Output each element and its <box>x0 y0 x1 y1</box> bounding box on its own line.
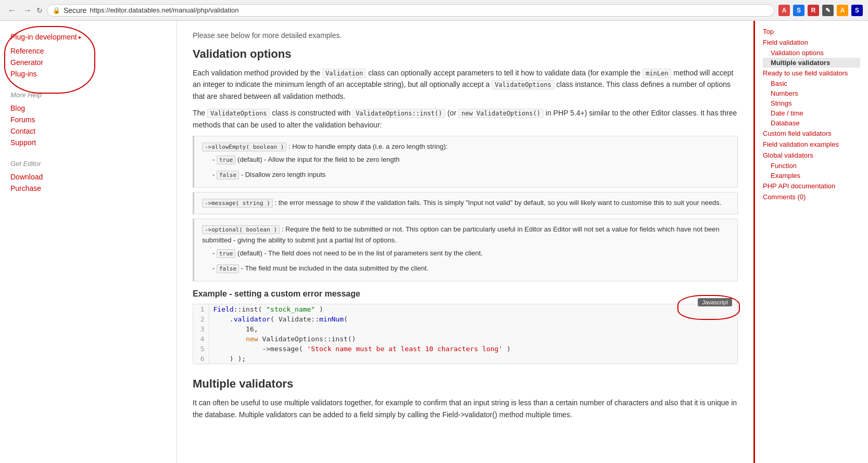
toc-field-validation-examples[interactable]: Field validation examples <box>763 139 860 150</box>
code-content-5: ->message( 'Stock name must be at least … <box>209 344 737 354</box>
method-optional-true: - true (default) - The field does not ne… <box>202 246 729 261</box>
toc-field-validation[interactable]: Field validation <box>763 37 860 48</box>
code-example: Example - setting a custom error message… <box>193 289 738 364</box>
toc-numbers[interactable]: Numbers <box>763 88 860 98</box>
code-table: 1 Field::inst( "stock_name" ) 2 .validat… <box>193 304 737 364</box>
s-icon: S <box>793 5 804 16</box>
code-validateoptions2: ValidateOptions <box>207 109 270 118</box>
line-num-5: 5 <box>193 344 209 354</box>
reload-button[interactable]: ↻ <box>36 5 43 16</box>
plugin-dev-label: Plug-in development <box>10 33 77 41</box>
line-num-2: 2 <box>193 314 209 324</box>
toc-global-validators[interactable]: Global validators <box>763 150 860 161</box>
para1: Each validation method provided by the V… <box>193 67 738 102</box>
code-content-2: .validator( Validate::minNum( <box>209 314 737 324</box>
toc-ready-to-use[interactable]: Ready to use field validators <box>763 68 860 79</box>
code-minlen: minLen <box>643 69 671 78</box>
address-bar[interactable]: 🔒 Secure https://editor.datatables.net/m… <box>47 4 774 17</box>
toc-comments[interactable]: Comments (0) <box>763 191 860 202</box>
sidebar-link-blog[interactable]: Blog <box>10 102 166 114</box>
para2: The ValidateOptions class is constructed… <box>193 107 738 131</box>
toc-panel: Top Field validation Validation options … <box>753 21 868 463</box>
code-content-4: new ValidateOptions::inst() <box>209 334 737 344</box>
toc-function[interactable]: Function <box>763 161 860 171</box>
nav-links-section: Reference Generator Plug-ins <box>0 43 177 82</box>
sidebar-link-support[interactable]: Support <box>10 137 166 148</box>
code-new: new ValidateOptions() <box>458 109 544 118</box>
method-optional-sig: ->optional( boolean ) <box>202 225 280 234</box>
code-true: true <box>217 156 236 164</box>
code-line-1: 1 Field::inst( "stock_name" ) <box>193 304 737 314</box>
method-allowempty-false: - false - Disallow zero length inputs <box>202 168 729 183</box>
browser-chrome: ← → ↻ 🔒 Secure https://editor.datatables… <box>0 0 868 21</box>
adobe-icon: A <box>778 5 790 16</box>
sidebar-link-download[interactable]: Download <box>10 171 166 183</box>
sidebar-link-purchase[interactable]: Purchase <box>10 183 166 194</box>
url-text: https://editor.datatables.net/manual/php… <box>90 6 769 14</box>
forward-button[interactable]: → <box>21 5 34 16</box>
method-allowempty: ->allowEmpty( boolean ) : How to handle … <box>193 136 738 188</box>
nav-buttons: ← → ↻ <box>5 5 43 16</box>
more-help-label: More Help <box>0 88 177 100</box>
more-help-section: Blog Forums Contact Support <box>0 100 177 151</box>
line-num-4: 4 <box>193 334 209 344</box>
language-badge: Javascript <box>698 298 732 306</box>
back-button[interactable]: ← <box>5 5 19 16</box>
code-validateoptions: ValidateOptions <box>492 80 554 89</box>
toc-database[interactable]: Database <box>763 118 860 128</box>
multiple-validators-title: Multiple validators <box>193 377 738 391</box>
code-content-6: ) ); <box>209 354 737 364</box>
line-num-3: 3 <box>193 324 209 334</box>
code-line-6: 6 ) ); <box>193 354 737 364</box>
secure-icon: 🔒 <box>53 7 60 14</box>
amazon-icon: A <box>837 5 848 16</box>
code-line-2: 2 .validator( Validate::minNum( <box>193 314 737 324</box>
sidebar-link-forums[interactable]: Forums <box>10 114 166 125</box>
page-layout: Plug-in development ▸ Reference Generato… <box>0 21 868 463</box>
intro-text: Please see below for more detailed examp… <box>193 31 738 40</box>
toc-examples[interactable]: Examples <box>763 171 860 181</box>
toc-custom-field[interactable]: Custom field validators <box>763 128 860 139</box>
multiple-validators-para: It can often be useful to use multiple v… <box>193 397 738 420</box>
method-allowempty-sig: ->allowEmpty( boolean ) <box>202 143 286 151</box>
plugin-dev-item[interactable]: Plug-in development ▸ <box>0 31 177 43</box>
code-false: false <box>217 171 239 179</box>
method-message: ->message( string ) : the error message … <box>193 192 738 214</box>
sidebar-link-plugins[interactable]: Plug-ins <box>10 68 166 80</box>
toc-datetime[interactable]: Date / time <box>763 108 860 118</box>
code-line-3: 3 16, <box>193 324 737 334</box>
toc-strings[interactable]: Strings <box>763 98 860 108</box>
method-message-sig: ->message( string ) <box>202 199 273 208</box>
code-content-3: 16, <box>209 324 737 334</box>
code-inst: ValidateOptions::inst() <box>353 109 445 118</box>
code-true2: true <box>217 249 236 258</box>
toc-top[interactable]: Top <box>763 26 860 37</box>
code-content-1: Field::inst( "stock_name" ) <box>209 304 737 314</box>
r-icon: R <box>808 5 819 16</box>
line-num-6: 6 <box>193 354 209 364</box>
get-editor-section: Download Purchase <box>0 169 177 197</box>
toc-php-api[interactable]: PHP API documentation <box>763 181 860 191</box>
method-optional-false: - false - The field must be included in … <box>202 261 729 276</box>
code-line-4: 4 new ValidateOptions::inst() <box>193 334 737 344</box>
sidebar-link-generator[interactable]: Generator <box>10 57 166 68</box>
pencil-icon: ✎ <box>822 5 834 16</box>
validation-options-title: Validation options <box>193 47 738 61</box>
skype-icon: S <box>851 5 863 16</box>
secure-label: Secure <box>64 6 86 15</box>
sidebar: Plug-in development ▸ Reference Generato… <box>0 21 177 463</box>
code-false2: false <box>217 264 239 273</box>
main-content: Please see below for more detailed examp… <box>177 21 753 463</box>
toc-multiple-validators[interactable]: Multiple validators <box>763 58 860 68</box>
line-num-1: 1 <box>193 304 209 314</box>
sidebar-link-contact[interactable]: Contact <box>10 125 166 137</box>
code-validation: Validation <box>322 69 366 78</box>
toc-basic[interactable]: Basic <box>763 79 860 88</box>
code-example-title: Example - setting a custom error message <box>193 289 738 299</box>
toc-validation-options[interactable]: Validation options <box>763 48 860 58</box>
sidebar-link-reference[interactable]: Reference <box>10 45 166 57</box>
get-editor-label: Get Editor <box>0 157 177 169</box>
method-allowempty-true: - true (default) - Allow the input for t… <box>202 152 729 168</box>
code-container: Javascript 1 Field::inst( "stock_name" )… <box>193 304 738 364</box>
code-line-5: 5 ->message( 'Stock name must be at leas… <box>193 344 737 354</box>
